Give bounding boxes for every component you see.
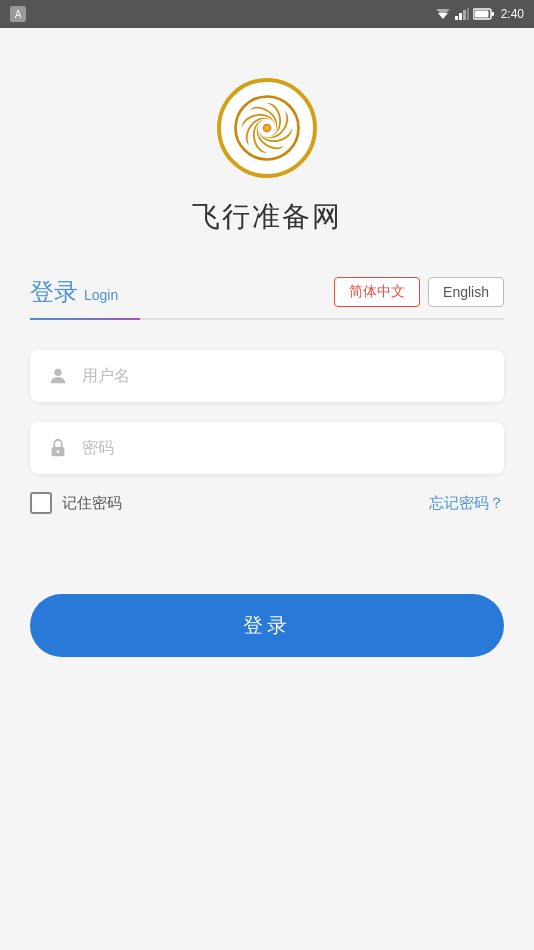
input-group [30,350,504,474]
status-bar-right: 2:40 [435,7,524,21]
svg-rect-7 [491,12,494,16]
svg-rect-2 [455,16,458,20]
login-section: 登录 Login 简体中文 English [0,276,534,657]
remember-label: 记住密码 [62,494,122,513]
wifi-icon [435,8,451,20]
main-content: 飞行准备网 登录 Login 简体中文 English [0,28,534,950]
status-bar: A 2:40 [0,0,534,28]
remember-checkbox[interactable] [30,492,52,514]
svg-marker-1 [436,9,450,16]
login-button-wrapper: 登录 [30,594,504,657]
battery-icon [473,8,495,20]
app-title: 飞行准备网 [192,198,342,236]
status-bar-left: A [10,6,26,22]
lang-en-button[interactable]: English [428,277,504,307]
login-tab-zh: 登录 [30,276,78,308]
time-display: 2:40 [501,7,524,21]
app-icon: A [10,6,26,22]
svg-point-12 [54,369,61,376]
username-input[interactable] [82,367,488,385]
svg-rect-3 [459,13,462,20]
svg-rect-4 [463,10,466,20]
options-row: 记住密码 忘记密码？ [30,492,504,514]
username-wrapper [30,350,504,402]
forgot-password-link[interactable]: 忘记密码？ [429,494,504,513]
lang-zh-button[interactable]: 简体中文 [334,277,420,307]
signal-icon [455,8,469,20]
logo-circle [217,78,317,178]
password-input[interactable] [82,439,488,457]
svg-point-14 [57,450,60,453]
remember-group: 记住密码 [30,492,122,514]
signal-icons [435,8,495,20]
login-button[interactable]: 登录 [30,594,504,657]
user-icon [46,364,70,388]
svg-rect-8 [474,11,488,18]
svg-rect-5 [467,8,469,20]
svg-point-10 [263,124,272,133]
logo-area: 飞行准备网 [192,78,342,236]
password-wrapper [30,422,504,474]
logo-swirl-icon [232,93,302,163]
lock-icon [46,436,70,460]
login-tab[interactable]: 登录 Login [30,276,118,308]
tab-bar: 登录 Login 简体中文 English [30,276,504,320]
language-buttons: 简体中文 English [334,277,504,307]
login-tab-en: Login [84,287,118,303]
